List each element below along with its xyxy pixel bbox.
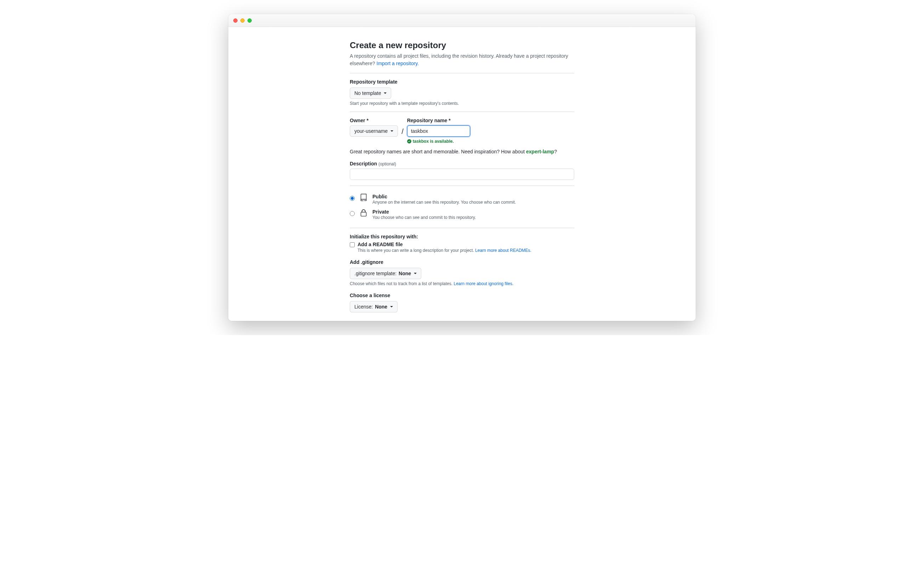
license-button-prefix: License: [355, 303, 373, 310]
availability-text: taskbox is available. [413, 139, 454, 144]
visibility-public-title: Public [373, 194, 516, 200]
repo-name-input[interactable] [407, 126, 470, 137]
readme-desc: This is where you can write a long descr… [358, 248, 574, 253]
page-subtitle: A repository contains all project files,… [350, 53, 574, 67]
template-selected: No template [355, 89, 381, 97]
description-input[interactable] [350, 168, 574, 180]
close-icon[interactable] [233, 18, 238, 23]
readme-title: Add a README file [358, 241, 403, 247]
visibility-private-desc: You choose who can see and commit to thi… [373, 215, 476, 220]
gitignore-dropdown[interactable]: .gitignore template: None [350, 268, 421, 279]
owner-column: Owner * your-username [350, 117, 398, 137]
chevron-down-icon [384, 92, 386, 94]
gitignore-learn-more-link[interactable]: Learn more about ignoring files. [454, 281, 513, 286]
description-optional: (optional) [378, 162, 396, 167]
license-selected: None [375, 303, 387, 310]
readme-checkbox[interactable] [350, 242, 355, 247]
section-divider [350, 228, 574, 228]
chevron-down-icon [390, 306, 393, 307]
gitignore-selected: None [399, 270, 411, 277]
visibility-public-desc: Anyone on the internet can see this repo… [373, 200, 516, 205]
page-content: Create a new repository A repository con… [228, 27, 696, 321]
gitignore-hint: Choose which files not to track from a l… [350, 281, 574, 286]
name-suggestion-link[interactable]: expert-lamp [526, 149, 554, 154]
description-label: Description (optional) [350, 161, 574, 167]
license-section: Choose a license License: None [350, 292, 574, 312]
gitignore-heading: Add .gitignore [350, 259, 574, 265]
template-label: Repository template [350, 79, 574, 85]
import-repository-link[interactable]: Import a repository. [377, 61, 419, 66]
name-inspiration: Great repository names are short and mem… [350, 149, 574, 154]
license-dropdown[interactable]: License: None [350, 301, 398, 312]
repo-name-column: Repository name * taskbox is available. [407, 117, 470, 144]
inspiration-prefix: Great repository names are short and mem… [350, 149, 526, 154]
visibility-public-row[interactable]: Public Anyone on the internet can see th… [350, 192, 574, 207]
repo-name-availability: taskbox is available. [407, 139, 470, 144]
visibility-section: Public Anyone on the internet can see th… [350, 192, 574, 222]
readme-desc-text: This is where you can write a long descr… [358, 248, 475, 253]
owner-selected: your-username [355, 127, 388, 135]
inspiration-suffix: ? [554, 149, 557, 154]
visibility-private-text: Private You choose who can see and commi… [373, 209, 476, 220]
initialize-heading: Initialize this repository with: [350, 234, 574, 239]
chevron-down-icon [391, 130, 393, 132]
repo-icon [360, 194, 368, 203]
visibility-private-row[interactable]: Private You choose who can see and commi… [350, 207, 574, 222]
initialize-section: Initialize this repository with: Add a R… [350, 234, 574, 253]
gitignore-button-prefix: .gitignore template: [355, 270, 396, 277]
repo-name-label: Repository name * [407, 117, 470, 123]
description-section: Description (optional) [350, 161, 574, 180]
page-title: Create a new repository [350, 40, 574, 50]
app-window: Create a new repository A repository con… [228, 14, 696, 321]
owner-name-row: Owner * your-username / Repository name … [350, 117, 574, 144]
template-dropdown[interactable]: No template [350, 88, 391, 99]
maximize-icon[interactable] [248, 18, 252, 23]
visibility-public-radio[interactable] [350, 196, 355, 201]
section-divider [350, 112, 574, 112]
owner-name-separator: / [401, 117, 404, 135]
section-divider [350, 73, 574, 73]
description-label-text: Description [350, 161, 377, 167]
visibility-private-title: Private [373, 209, 476, 215]
check-circle-icon [407, 139, 411, 144]
owner-label: Owner * [350, 117, 398, 123]
template-hint: Start your repository with a template re… [350, 101, 574, 106]
owner-dropdown[interactable]: your-username [350, 126, 398, 137]
readme-checkbox-row[interactable]: Add a README file [350, 241, 574, 247]
chevron-down-icon [414, 273, 417, 274]
lock-icon [360, 209, 368, 218]
readme-learn-more-link[interactable]: Learn more about READMEs. [475, 248, 531, 253]
visibility-private-radio[interactable] [350, 211, 355, 216]
gitignore-section: Add .gitignore .gitignore template: None… [350, 259, 574, 286]
template-section: Repository template No template Start yo… [350, 79, 574, 106]
license-heading: Choose a license [350, 292, 574, 298]
window-titlebar [228, 14, 696, 27]
minimize-icon[interactable] [240, 18, 245, 23]
gitignore-hint-text: Choose which files not to track from a l… [350, 281, 454, 286]
visibility-public-text: Public Anyone on the internet can see th… [373, 194, 516, 205]
